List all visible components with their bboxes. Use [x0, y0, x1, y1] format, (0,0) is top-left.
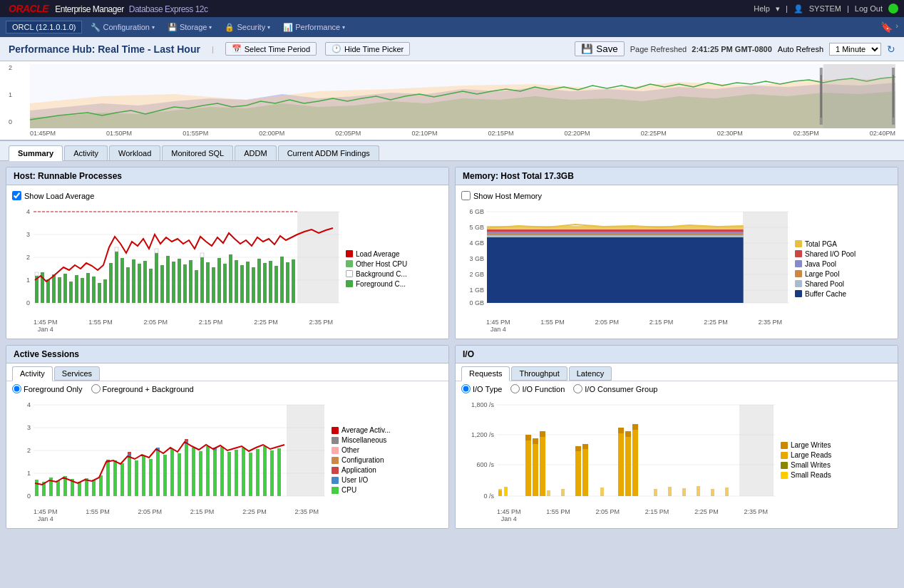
- save-button[interactable]: 💾 Save: [575, 41, 624, 56]
- nav-security[interactable]: 🔒 Security ▾: [219, 21, 276, 34]
- sub-tab-activity[interactable]: Activity: [12, 366, 53, 381]
- svg-text:0: 0: [27, 492, 31, 500]
- logout-link[interactable]: Log Out: [855, 4, 883, 13]
- legend-total-pga: Total PGA: [795, 240, 866, 248]
- tab-addm[interactable]: ADDM: [235, 145, 276, 160]
- svg-text:2: 2: [26, 254, 30, 261]
- help-link[interactable]: Help: [754, 4, 770, 13]
- sub-tab-latency[interactable]: Latency: [569, 366, 612, 381]
- legend-large-pool: Large Pool: [795, 270, 866, 278]
- svg-text:5 GB: 5 GB: [469, 224, 484, 231]
- em-title: Enterprise Manager: [55, 4, 123, 14]
- svg-rect-162: [582, 444, 588, 449]
- timeline-area: 2 1 0: [0, 61, 904, 141]
- svg-rect-164: [625, 437, 631, 496]
- show-load-avg-checkbox[interactable]: [12, 191, 21, 200]
- svg-text:600 /s: 600 /s: [476, 461, 494, 468]
- svg-rect-30: [109, 263, 113, 303]
- svg-rect-176: [697, 486, 700, 496]
- svg-rect-20: [52, 274, 56, 303]
- sub-tab-throughput[interactable]: Throughput: [511, 366, 567, 381]
- svg-rect-31: [115, 252, 118, 303]
- tab-current-addm[interactable]: Current ADDM Findings: [278, 145, 379, 160]
- svg-text:3: 3: [26, 231, 30, 238]
- io-sub-tabs: Requests Throughput Latency: [456, 363, 898, 381]
- svg-rect-59: [274, 266, 278, 303]
- legend-load-avg: Load Average: [346, 250, 417, 258]
- svg-rect-108: [92, 480, 96, 496]
- memory-title: Memory: Host Total 17.3GB: [456, 167, 898, 185]
- foreground-bg-radio[interactable]: Foreground + Background: [91, 384, 194, 393]
- io-title: I/O: [456, 346, 898, 363]
- row-1: Host: Runnable Processes Show Load Avera…: [6, 167, 898, 339]
- svg-rect-53: [240, 265, 244, 303]
- select-time-button[interactable]: 📅 Select Time Period: [225, 42, 317, 56]
- svg-rect-120: [178, 453, 181, 496]
- svg-rect-44: [189, 260, 192, 303]
- svg-rect-170: [547, 490, 550, 496]
- active-sessions-content: Activity Services Foreground Only Foregr…: [6, 363, 448, 528]
- svg-rect-34: [132, 259, 135, 303]
- svg-rect-42: [178, 259, 181, 303]
- svg-text:4: 4: [27, 401, 31, 408]
- top-right-nav: Help ▾ | 👤 SYSTEM | Log Out: [754, 4, 898, 14]
- sub-tab-requests[interactable]: Requests: [461, 366, 510, 381]
- io-panel: I/O Requests Throughput Latency I/O Type…: [455, 345, 898, 529]
- show-load-avg-label: Show Load Average: [24, 192, 94, 200]
- legend-user-io: User I/O: [332, 476, 403, 484]
- nav-storage[interactable]: 💾 Storage ▾: [162, 21, 218, 34]
- foreground-only-radio[interactable]: Foreground Only: [12, 384, 83, 393]
- nav-configuration[interactable]: 🔧 Configuration ▾: [85, 21, 160, 34]
- svg-text:1 GB: 1 GB: [469, 287, 484, 294]
- svg-rect-125: [213, 450, 217, 496]
- svg-rect-156: [525, 435, 531, 440]
- db-label[interactable]: ORCL (12.1.0.1.0): [6, 21, 82, 33]
- svg-rect-172: [600, 488, 604, 496]
- tab-activity[interactable]: Activity: [64, 145, 108, 160]
- svg-rect-33: [126, 267, 130, 303]
- svg-text:0 GB: 0 GB: [469, 299, 484, 306]
- nav-right-icons: 🔖 ›: [880, 21, 898, 33]
- show-host-memory-checkbox[interactable]: [461, 191, 471, 200]
- svg-rect-153: [525, 440, 531, 496]
- tab-monitored-sql[interactable]: Monitored SQL: [162, 145, 233, 160]
- svg-rect-37: [149, 269, 153, 303]
- svg-text:3 GB: 3 GB: [469, 255, 484, 262]
- svg-rect-27: [92, 277, 96, 303]
- hide-time-button[interactable]: 🕐 Hide Time Picker: [325, 42, 410, 56]
- page-title: Performance Hub: Real Time - Last Hour: [9, 43, 200, 55]
- chart-icon: 📊: [283, 23, 293, 32]
- db-edition: Database Express 12c: [129, 4, 208, 14]
- active-sessions-sub-tabs: Activity Services: [6, 363, 448, 381]
- svg-rect-167: [625, 431, 631, 437]
- active-sessions-chart-area: 4 3 2 1 0: [6, 398, 448, 528]
- host-runnable-title: Host: Runnable Processes: [6, 167, 448, 185]
- io-type-radio[interactable]: I/O Type: [461, 384, 502, 393]
- svg-rect-178: [725, 488, 729, 496]
- svg-rect-127: [227, 452, 231, 496]
- refresh-info: Page Refreshed 2:41:25 PM GMT-0800: [630, 45, 772, 53]
- svg-rect-154: [533, 444, 538, 496]
- active-sessions-legend: Average Activ... Miscellaneous Other: [332, 398, 403, 522]
- refresh-icon[interactable]: ↻: [887, 43, 895, 55]
- svg-rect-121: [185, 444, 188, 496]
- svg-rect-23: [69, 282, 73, 303]
- svg-rect-40: [166, 256, 170, 303]
- system-link[interactable]: SYSTEM: [809, 4, 841, 13]
- svg-rect-82: [487, 237, 744, 303]
- sub-tab-services[interactable]: Services: [54, 366, 100, 381]
- tab-summary[interactable]: Summary: [9, 145, 63, 161]
- host-runnable-panel: Host: Runnable Processes Show Load Avera…: [6, 167, 449, 339]
- tab-workload[interactable]: Workload: [109, 145, 160, 160]
- svg-text:1,200 /s: 1,200 /s: [471, 431, 495, 438]
- legend-large-reads: Large Reads: [781, 451, 852, 459]
- svg-rect-119: [170, 449, 174, 496]
- io-consumer-radio[interactable]: I/O Consumer Group: [573, 384, 657, 393]
- nav-performance[interactable]: 📊 Performance ▾: [277, 21, 351, 34]
- refresh-interval-select[interactable]: 1 Minute: [829, 43, 881, 56]
- svg-rect-130: [249, 453, 252, 496]
- svg-rect-84: [487, 233, 744, 235]
- shield-icon: 🔒: [225, 23, 235, 32]
- io-function-radio[interactable]: I/O Function: [510, 384, 565, 393]
- svg-rect-175: [682, 488, 686, 496]
